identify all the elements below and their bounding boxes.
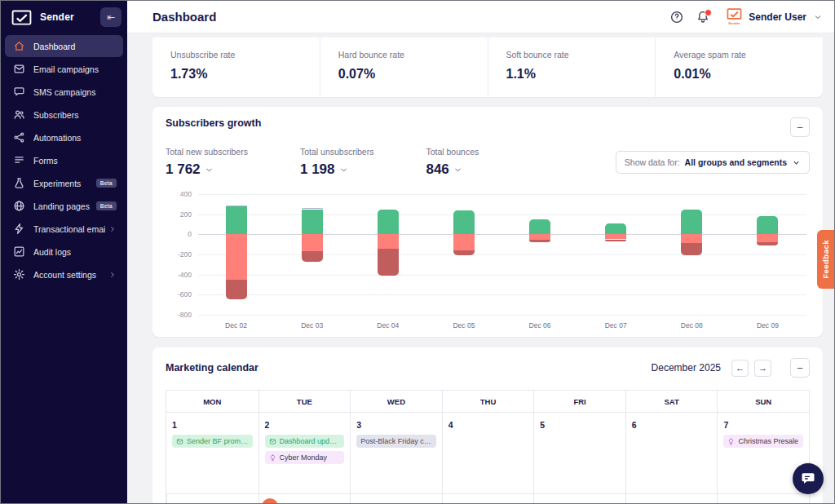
bar-bounces[interactable] (681, 243, 702, 255)
event-label: Dashboard update new... (280, 437, 341, 445)
bar-unsubscribers[interactable] (605, 234, 626, 239)
calendar-prev-button[interactable]: ← (731, 360, 749, 377)
bar-new-subscribers[interactable] (605, 223, 626, 234)
calendar-day-2[interactable]: 2Dashboard update new...Cyber Monday (258, 413, 351, 494)
metric-value-dropdown[interactable]: 1 762 (166, 161, 214, 178)
sidebar-item-sms-campaigns[interactable]: SMS campaigns (5, 81, 123, 103)
sidebar-item-audit-logs[interactable]: Audit logs (5, 241, 123, 263)
bar-new-subscribers[interactable] (681, 210, 702, 235)
calendar-event-post-black-friday-cooldown[interactable]: Post-Black Friday cooldown (356, 435, 436, 448)
calendar-day-3[interactable]: 3Post-Black Friday cooldown (350, 413, 442, 494)
bar-bounces[interactable] (378, 249, 399, 276)
sidebar-item-automations[interactable]: Automations (5, 126, 123, 148)
sidebar-collapse-button[interactable]: ⇤ (100, 7, 121, 27)
calendar-next-button[interactable]: → (754, 360, 771, 377)
home-icon (13, 40, 25, 52)
sidebar-item-account-settings[interactable]: Account settings (5, 263, 123, 285)
sidebar-item-transactional-emails[interactable]: Transactional emails (5, 218, 123, 240)
bar-bounces[interactable] (529, 240, 550, 241)
calendar-day-8[interactable]: 8 (166, 494, 258, 503)
bar-unsubscribers[interactable] (681, 234, 702, 243)
collapse-growth-button[interactable]: − (790, 117, 810, 137)
collapse-calendar-button[interactable]: − (790, 358, 810, 378)
chevron-right-icon (108, 271, 117, 279)
notifications-bell-icon[interactable] (696, 10, 710, 24)
metric-total-unsubscribers: Total unsubscribers1 198 (300, 147, 373, 178)
bar-new-subscribers[interactable] (453, 210, 475, 234)
feedback-tab[interactable]: Feedback (817, 230, 834, 289)
chart-xtick: Dec 04 (360, 321, 417, 329)
calendar-day-6[interactable]: 6 (625, 413, 718, 494)
calendar-day-13[interactable]: 13 (625, 494, 718, 503)
bar-new-subscribers[interactable] (529, 219, 550, 235)
sidebar-item-experiments[interactable]: ExperimentsBeta (5, 172, 123, 194)
bar-bounces[interactable] (226, 280, 247, 300)
bar-unsubscribers[interactable] (226, 234, 247, 280)
calendar-day-14[interactable]: 14 (717, 494, 809, 503)
calendar-day-header-fri: FRI (533, 391, 625, 413)
metric-value-dropdown[interactable]: 846 (426, 161, 462, 178)
beta-badge: Beta (96, 179, 117, 188)
avatar: Sender (727, 8, 742, 25)
sidebar-item-dashboard[interactable]: Dashboard (5, 35, 123, 57)
calendar-day-9[interactable]: 9 (258, 494, 351, 503)
day-number: 13 (632, 502, 642, 503)
envelope-icon (13, 63, 25, 75)
metric-total-bounces: Total bounces846 (426, 147, 479, 178)
bar-unsubscribers[interactable] (378, 234, 399, 249)
bar-bounces[interactable] (605, 240, 626, 241)
bar-new-subscribers[interactable] (757, 216, 778, 235)
bar-bounces[interactable] (453, 250, 475, 255)
chart-xtick: Dec 03 (284, 321, 341, 329)
metric-label: Total unsubscribers (300, 147, 373, 157)
calendar-day-4[interactable]: 4 (442, 413, 534, 494)
chart-gridline (198, 254, 806, 255)
flask-icon (13, 177, 25, 189)
chart-ytick: -800 (166, 311, 192, 319)
stat-unsubscribe-rate: Unsubscribe rate1.73% (152, 38, 320, 97)
bar-unsubscribers[interactable] (757, 234, 778, 242)
bar-unsubscribers[interactable] (529, 234, 550, 240)
chevron-down-icon (813, 12, 823, 22)
sidebar-item-landing-pages[interactable]: Landing pagesBeta (5, 195, 123, 217)
day-number: 4 (448, 420, 453, 430)
content-scroll-area[interactable]: Unsubscribe rate1.73%Hard bounce rate0.0… (127, 33, 834, 503)
chart-gridline (198, 315, 806, 316)
chat-widget-button[interactable] (793, 463, 824, 494)
chart-ytick: -200 (166, 250, 192, 259)
calendar-event-cyber-monday[interactable]: Cyber Monday (265, 451, 345, 464)
growth-metrics-row: Total new subscribers1 762Total unsubscr… (166, 147, 810, 178)
metric-value-dropdown[interactable]: 1 198 (300, 161, 348, 178)
stat-label: Soft bounce rate (506, 50, 638, 60)
chart-ytick: 200 (166, 210, 192, 219)
calendar-day-10[interactable]: 10 (350, 494, 442, 503)
calendar-day-5[interactable]: 5 (533, 413, 625, 494)
calendar-day-11[interactable]: 11 (442, 494, 534, 503)
bolt-icon (13, 223, 25, 235)
bar-new-subscribers[interactable] (302, 210, 323, 235)
calendar-grid: MONTUEWEDTHUFRISATSUN1Sender BF promo 20… (166, 390, 810, 503)
bar-bounces[interactable] (302, 251, 323, 262)
user-menu[interactable]: Sender Sender User (727, 8, 823, 25)
calendar-day-1[interactable]: 1Sender BF promo 2025 ... (166, 413, 258, 494)
sidebar-item-email-campaigns[interactable]: Email campaigns (5, 58, 123, 80)
calendar-day-12[interactable]: 12 (533, 494, 625, 503)
bar-new-subscribers[interactable] (226, 206, 247, 234)
calendar-event-christmas-presale[interactable]: Christmas Presale (723, 435, 803, 448)
help-icon[interactable] (669, 10, 684, 24)
bar-unsubscribers[interactable] (302, 234, 323, 251)
calendar-event-sender-bf-promo-2025[interactable]: Sender BF promo 2025 ... (172, 435, 253, 448)
brand-name: Sender (40, 11, 74, 23)
sidebar-item-forms[interactable]: Forms (5, 149, 123, 171)
bar-new-subscribers[interactable] (378, 210, 399, 235)
calendar-event-dashboard-update-new[interactable]: Dashboard update new... (265, 435, 345, 448)
show-data-for-value: All groups and segments (685, 157, 787, 167)
bar-unsubscribers[interactable] (453, 234, 475, 250)
show-data-for-dropdown[interactable]: Show data for: All groups and segments (616, 151, 810, 174)
sidebar-item-subscribers[interactable]: Subscribers (5, 104, 123, 126)
chart-ytick: 400 (166, 190, 192, 198)
day-number: 8 (173, 502, 178, 503)
stat-hard-bounce-rate: Hard bounce rate0.07% (320, 38, 488, 97)
chart-xtick: Dec 07 (587, 321, 644, 329)
bar-bounces[interactable] (757, 242, 778, 245)
